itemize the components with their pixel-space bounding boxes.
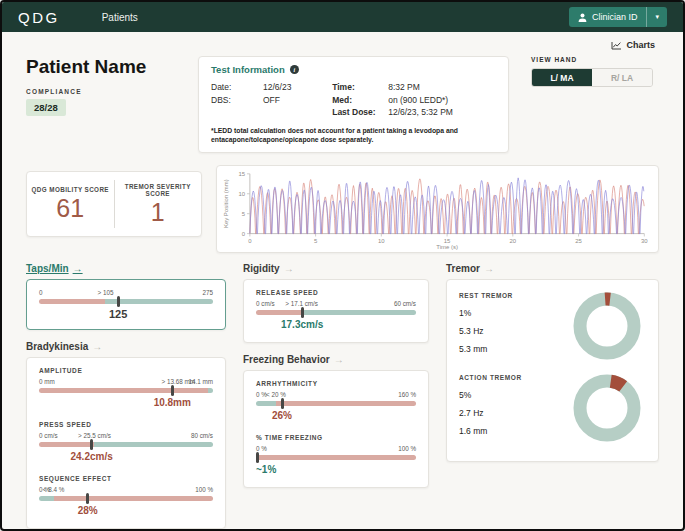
slider-track [256,455,416,460]
press-speed-metric: PRESS SPEED 0 cm/s > 25.5 cm/s 80 cm/s 2… [39,421,213,464]
top-bar: QDG Patients Clinician ID ▾ [2,2,683,32]
bradykinesia-title: Bradykinesia [26,341,88,352]
arrhythmicity-metric: ARRHYTHMICITY 0 % < 20 % 160 % 26% [256,380,416,423]
med-value: on (900 LEDD*) [388,94,448,107]
ledd-footnote: *LEDD total calculation does not account… [211,126,496,144]
bradykinesia-link[interactable]: Bradykinesia → [26,341,226,352]
nav-patients[interactable]: Patients [102,12,138,23]
sequence-effect-value: 28% [78,505,98,516]
freezing-card: Freezing Behavior → ARRHYTHMICITY 0 % < … [243,354,429,488]
rest-tremor-mm: 5.3 mm [459,344,513,354]
slider-max-label: 14.1 mm [189,378,214,385]
info-icon[interactable]: i [290,65,299,74]
taps-per-min-link[interactable]: Taps/Min → [26,263,226,274]
dbs-label: DBS: [211,94,263,107]
time-value: 8:32 PM [388,81,420,94]
time-label: Time: [332,81,388,94]
slider-threshold-label: > 105 [97,289,113,296]
view-hand-label: VIEW HAND [531,56,659,63]
scores-card: QDG MOBILITY SCORE 61 TREMOR SEVERITY SC… [26,171,202,237]
action-tremor-pct: 5% [459,390,522,400]
release-speed-value: 17.3cm/s [281,319,323,330]
slider-track [39,299,213,304]
patient-block: Patient Name COMPLIANCE 28/28 [26,56,176,116]
tremor-title: Tremor [446,263,480,274]
rigidity-title: Rigidity [243,263,280,274]
bradykinesia-card: Bradykinesia → AMPLITUDE 0 mm > 13.68 mm… [26,341,226,529]
freezing-title: Freezing Behavior [243,354,330,365]
test-info-right-column: Time: 8:32 PM Med: on (900 LEDD*) Last D… [332,81,496,119]
slider-min-label: 0 cm/s [39,432,58,439]
date-value: 12/6/23 [263,81,291,94]
metrics-row: Taps/Min → 0 > 105 275 125 [26,263,659,529]
slider-marker [90,439,93,450]
arrow-right-icon: → [73,263,83,274]
tremor-severity-score: TREMOR SEVERITY SCORE 1 [115,172,202,236]
metrics-column-2: Rigidity → RELEASE SPEED 0 cm/s > 17.1 c… [243,263,429,488]
test-info-row-date: Date: 12/6/23 [211,81,320,94]
release-speed-label: RELEASE SPEED [256,289,416,296]
svg-text:0: 0 [248,238,252,244]
dbs-value: OFF [263,94,280,107]
svg-text:10: 10 [238,191,245,197]
view-hand-block: VIEW HAND L/ MA R/ LA [531,56,659,87]
arrow-right-icon: → [284,263,294,274]
svg-text:15: 15 [238,171,245,177]
test-info-body: Date: 12/6/23 DBS: OFF Time: 8:32 PM [211,81,496,119]
view-hand-left-button[interactable]: L/ MA [532,69,592,86]
mobility-score-label: QDG MOBILITY SCORE [32,186,109,193]
action-tremor-donut [570,371,644,445]
metrics-column-1: Taps/Min → 0 > 105 275 125 [26,263,226,529]
slider-max-label: 100 % [398,445,416,452]
clinician-id-main[interactable]: Clinician ID [569,7,647,27]
slider-track [256,310,416,315]
arrow-right-icon: → [334,354,344,365]
compliance-label: COMPLIANCE [26,88,176,95]
time-freezing-label: % TIME FREEZING [256,434,416,441]
test-info-row-last-dose: Last Dose: 12/6/23, 5:32 PM [332,106,496,119]
test-info-left-column: Date: 12/6/23 DBS: OFF [211,81,320,119]
arrhythmicity-slider: 0 % < 20 % 160 % 26% [256,391,416,423]
svg-text:10: 10 [378,238,385,244]
freezing-behavior-link[interactable]: Freezing Behavior → [243,354,429,365]
trending-chart-icon [611,41,622,50]
sequence-effect-metric: SEQUENCE EFFECT 0 % < 8.4 % 100 % 28% [39,475,213,518]
clinician-dropdown-caret[interactable]: ▾ [646,7,667,27]
amplitude-metric: AMPLITUDE 0 mm > 13.68 mm 14.1 mm 10.8mm [39,367,213,410]
key-position-line-chart: 051015051015202530Time (s)Key Position (… [221,169,652,250]
charts-row: Charts [26,38,659,54]
action-tremor-section: ACTION TREMOR 5% 2.7 Hz 1.6 mm [459,371,646,445]
slider-max-label: 100 % [195,486,213,493]
action-tremor-mm: 1.6 mm [459,426,522,436]
charts-link[interactable]: Charts [611,40,655,50]
amplitude-label: AMPLITUDE [39,367,213,374]
view-hand-right-button[interactable]: R/ LA [592,69,652,86]
slider-threshold-label: > 25.5 cm/s [78,432,111,439]
svg-text:25: 25 [575,238,582,244]
rigidity-card: Rigidity → RELEASE SPEED 0 cm/s > 17.1 c… [243,263,429,343]
clinician-id-button[interactable]: Clinician ID ▾ [569,7,667,27]
tremor-panel: REST TREMOR 1% 5.3 Hz 5.3 mm [446,279,659,462]
metrics-column-3: Tremor → REST TREMOR 1% 5.3 Hz 5.3 mm [446,263,659,462]
main-content: Charts Patient Name COMPLIANCE 28/28 Tes… [2,32,683,529]
amplitude-value: 10.8mm [154,397,191,408]
rigidity-link[interactable]: Rigidity → [243,263,429,274]
tremor-score-value: 1 [151,200,165,225]
slider-max-label: 275 [202,289,213,296]
tremor-link[interactable]: Tremor → [446,263,659,274]
amplitude-slider: 0 mm > 13.68 mm 14.1 mm 10.8mm [39,378,213,410]
taps-card: Taps/Min → 0 > 105 275 125 [26,263,226,330]
slider-min-label: 0 mm [39,378,55,385]
mobility-score-value: 61 [56,196,84,221]
rest-tremor-pct: 1% [459,308,513,318]
tremor-card: Tremor → REST TREMOR 1% 5.3 Hz 5.3 mm [446,263,659,462]
slider-marker [301,307,304,318]
test-info-row-dbs: DBS: OFF [211,94,320,107]
taps-panel[interactable]: 0 > 105 275 125 [26,279,226,330]
date-label: Date: [211,81,263,94]
taps-slider-labels: 0 > 105 275 [39,289,213,298]
slider-max-label: 60 cm/s [394,300,416,307]
slider-min-label: 0 [39,289,43,296]
taps-title: Taps/Min [26,263,69,274]
slider-max-label: 80 cm/s [191,432,213,439]
